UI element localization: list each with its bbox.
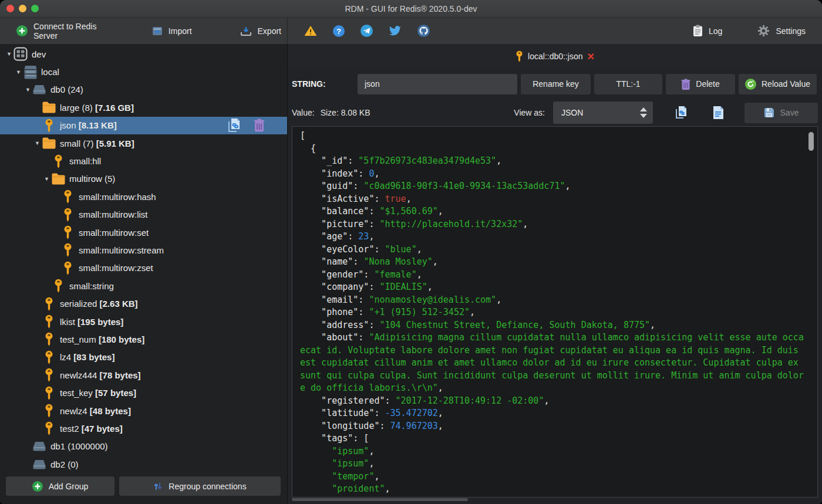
reload-icon xyxy=(745,79,756,90)
expand-arrow-icon[interactable]: ▼ xyxy=(14,69,23,75)
twitter-icon[interactable] xyxy=(389,26,402,36)
key-icon xyxy=(42,421,56,435)
add-group-button[interactable]: Add Group xyxy=(6,476,114,496)
code-line: { xyxy=(300,143,809,155)
rename-key-button[interactable]: Rename key xyxy=(521,74,591,94)
tree-item-db2[interactable]: db2 (0) xyxy=(0,455,287,472)
expand-arrow-icon[interactable]: ▼ xyxy=(42,176,51,182)
tree-item-db1[interactable]: db1 (1000000) xyxy=(0,438,287,455)
code-line: "latitude": -35.472702, xyxy=(300,407,809,420)
tree-item-label: newlz4 [48 bytes] xyxy=(60,406,131,416)
svg-text:?: ? xyxy=(336,26,341,35)
telegram-icon[interactable] xyxy=(361,25,373,37)
github-icon[interactable] xyxy=(417,25,430,37)
vertical-scrollbar[interactable] xyxy=(808,132,814,151)
tree-item-ns-large[interactable]: large (8) [7.16 GB] xyxy=(0,99,287,116)
copy-link-icon[interactable] xyxy=(228,118,242,133)
save-button[interactable]: Save xyxy=(744,103,818,123)
tree-item-label: lkist [195 bytes] xyxy=(60,317,123,327)
tree-item-label: test_num [180 bytes] xyxy=(60,334,144,344)
value-editor[interactable]: [ { "_id": "5f7b26973c483ea3479d4e53", "… xyxy=(292,126,818,498)
tree-item-key-small-string[interactable]: small:string xyxy=(0,277,287,295)
tree-item-label: small:string xyxy=(69,281,114,291)
tree-item-server-local[interactable]: ▼local xyxy=(0,63,287,80)
tree-item-label: json [8.13 KB] xyxy=(60,120,117,130)
open-in-new-editor-icon[interactable] xyxy=(674,106,689,120)
tree-item-label: test_key [57 bytes] xyxy=(60,388,136,398)
sidebar-footer: Add Group Regroup connections xyxy=(0,472,287,504)
value-size-label: Size: 8.08 KB xyxy=(321,108,370,117)
key-icon xyxy=(42,404,56,418)
tab-title[interactable]: local::db0::json xyxy=(528,52,582,61)
tree-item-ns-small[interactable]: ▼small (7) [5.91 KB] xyxy=(0,134,287,152)
key-header-row: STRING: Rename key TTL:-1 Delete xyxy=(288,69,822,99)
reload-value-button[interactable]: Reload Value xyxy=(739,74,817,94)
code-line: "guid": "c0ad9618-90f3-41e0-9934-13ac53a… xyxy=(300,180,809,193)
folder-icon xyxy=(42,100,56,114)
regroup-connections-button[interactable]: Regroup connections xyxy=(119,476,281,496)
tree-item-key-serialized[interactable]: serialized [2.63 KB] xyxy=(0,295,287,312)
tree-item-key-multirow-hash[interactable]: small:multirow:hash xyxy=(0,188,287,205)
delete-key-button[interactable]: Delete xyxy=(666,74,735,94)
view-raw-icon[interactable] xyxy=(710,106,726,120)
code-line: "ipsum", xyxy=(300,458,809,471)
grid-icon xyxy=(14,47,28,61)
code-line: "email": "nonamosley@idealis.com", xyxy=(300,294,809,307)
code-line: "_id": "5f7b26973c483ea3479d4e53", xyxy=(300,155,809,168)
tree-item-ns-multirow[interactable]: ▼multirow (5) xyxy=(0,170,287,188)
tree-item-key-newlz4[interactable]: newlz4 [48 bytes] xyxy=(0,402,287,420)
tree-item-key-test2[interactable]: test2 [47 bytes] xyxy=(0,420,287,437)
horizontal-scrollbar[interactable] xyxy=(292,498,468,501)
key-icon xyxy=(51,154,65,168)
trash-icon[interactable] xyxy=(254,118,265,133)
code-line: ecat id. Voluptate labore dolore amet no… xyxy=(300,344,809,357)
view-mode-select[interactable]: JSON xyxy=(553,102,653,124)
tree-item-key-test-key[interactable]: test_key [57 bytes] xyxy=(0,384,287,401)
export-button[interactable]: Export xyxy=(234,22,287,40)
expand-arrow-icon[interactable]: ▼ xyxy=(5,51,14,57)
key-icon xyxy=(42,350,56,364)
tab-bar: local::db0::json ✕ xyxy=(288,44,822,69)
tree-item-connection-dev[interactable]: ▼dev xyxy=(0,45,287,63)
ttl-button[interactable]: TTL:-1 xyxy=(594,74,662,94)
help-icon[interactable]: ? xyxy=(333,25,345,37)
tree-item-key-multirow-list[interactable]: small:multirow:list xyxy=(0,206,287,224)
tree-item-key-multirow-set[interactable]: small:multirow:set xyxy=(0,224,287,241)
tree-item-key-test-num[interactable]: test_num [180 bytes] xyxy=(0,330,287,348)
tree-item-label: small:multirow:stream xyxy=(79,245,164,255)
settings-button[interactable]: Settings xyxy=(752,21,811,40)
tree-item-key-newlz444[interactable]: newlz444 [78 bytes] xyxy=(0,366,287,384)
tree-item-key-multirow-zset[interactable]: small:multirow:zset xyxy=(0,259,287,277)
tree-item-db0[interactable]: ▼db0 (24) xyxy=(0,81,287,99)
log-button[interactable]: Log xyxy=(687,21,728,40)
warning-icon[interactable] xyxy=(304,25,317,36)
import-button[interactable]: Import xyxy=(146,22,198,40)
import-icon xyxy=(152,26,163,36)
tree-item-key-json[interactable]: json [8.13 KB] xyxy=(0,117,287,134)
tree-item-label: small:multirow:hash xyxy=(79,192,156,202)
app-window: RDM - GUI for Redis® 2020.5.0-dev Connec… xyxy=(0,0,822,504)
tree-item-label: db1 (1000000) xyxy=(50,441,108,451)
expand-arrow-icon[interactable]: ▼ xyxy=(23,87,32,93)
tree-item-key-lkist[interactable]: lkist [195 bytes] xyxy=(0,313,287,330)
tree-item-size: [48 bytes] xyxy=(90,406,131,416)
tree-item-key-lz4[interactable]: lz4 [83 bytes] xyxy=(0,349,287,366)
key-name-input[interactable] xyxy=(358,74,517,94)
main-toolbar: Connect to Redis Server Import Export xyxy=(0,18,822,44)
tab-close-icon[interactable]: ✕ xyxy=(587,51,595,62)
db-icon xyxy=(32,457,46,471)
add-connection-icon xyxy=(16,25,28,36)
view-as-label: View as: xyxy=(514,108,545,117)
expand-arrow-icon[interactable]: ▼ xyxy=(33,140,42,146)
tree-item-size: [195 bytes] xyxy=(78,317,123,327)
tree-item-key-multirow-stream[interactable]: small:multirow:stream xyxy=(0,241,287,259)
code-line: "gender": "female", xyxy=(300,269,809,282)
value-pane: local::db0::json ✕ STRING: Rename key TT… xyxy=(288,44,822,504)
tree-item-label: small:multirow:set xyxy=(79,228,149,238)
code-line: "balance": "$1,560.69", xyxy=(300,205,809,218)
connect-to-server-button[interactable]: Connect to Redis Server xyxy=(11,18,110,44)
tree-item-label: local xyxy=(41,67,59,77)
tree-item-label: small:multirow:list xyxy=(79,209,148,219)
tree-item-key-small-hll[interactable]: small:hll xyxy=(0,152,287,170)
add-group-icon xyxy=(32,481,43,492)
